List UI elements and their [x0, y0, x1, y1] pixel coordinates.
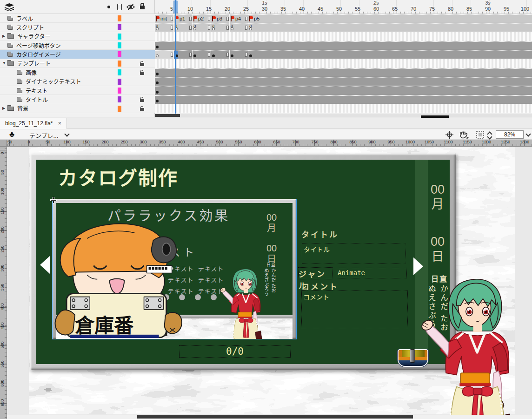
layer-color-swatch[interactable]: [118, 79, 121, 85]
layer-color-swatch[interactable]: [118, 51, 121, 57]
layer-color-swatch[interactable]: [118, 69, 121, 75]
frame-span[interactable]: init: [155, 14, 173, 23]
mascot-character[interactable]: 倉庫番: [54, 220, 215, 338]
rotate-canvas-hand-icon[interactable]: [459, 131, 469, 139]
layer-folder-row[interactable]: ▶キャラクター: [0, 32, 155, 41]
frame-span[interactable]: a: [229, 23, 248, 32]
layer-color-swatch[interactable]: [118, 88, 121, 94]
layer-color-swatch[interactable]: [118, 42, 121, 48]
frame-row[interactable]: [155, 50, 532, 59]
stage-horizontal-scrollbar[interactable]: [7, 415, 532, 419]
frame-span[interactable]: [155, 77, 532, 86]
frame-span[interactable]: [229, 50, 248, 59]
hide-layers-eye-icon[interactable]: [126, 4, 135, 10]
frame-span[interactable]: [248, 50, 532, 59]
frame-span[interactable]: a: [211, 23, 229, 32]
frame-span[interactable]: a: [248, 23, 532, 32]
document-tab[interactable]: blog_25_11_12.fla* ×: [0, 118, 67, 129]
frame-span[interactable]: a: [192, 23, 211, 32]
comment-field[interactable]: コメント: [301, 291, 408, 328]
layer-lock-icon[interactable]: [140, 63, 144, 66]
frame-span[interactable]: [155, 41, 532, 50]
layer-row[interactable]: タイトル: [0, 95, 155, 104]
frame-row[interactable]: [155, 59, 532, 68]
expand-toggle-icon[interactable]: ▼: [0, 61, 7, 65]
catalog-image-symbol[interactable]: パララックス効果 00 月 00 日 日直 かんだ たお ぬえさぶろう テキスト…: [53, 199, 296, 339]
frame-row[interactable]: [155, 104, 532, 113]
frame-row[interactable]: [155, 77, 532, 86]
mini-girl-character-svg[interactable]: [218, 265, 265, 339]
title-field[interactable]: タイトル: [302, 243, 406, 264]
timeline-ruler[interactable]: 5101520253035404550556065707580859095100…: [155, 0, 532, 14]
layer-folder-row[interactable]: ▼テンプレート: [0, 59, 155, 68]
board-title[interactable]: カタログ制作: [58, 162, 178, 190]
frame-row[interactable]: [155, 68, 532, 77]
layer-row[interactable]: ラベル: [0, 14, 155, 23]
frame-row[interactable]: [155, 41, 532, 50]
frame-row[interactable]: initp1p2p3p4p5: [155, 14, 532, 23]
layer-row[interactable]: 画像: [0, 68, 155, 77]
frame-span[interactable]: [155, 86, 532, 95]
zoom-dropdown-chevron-icon[interactable]: [525, 131, 531, 136]
frame-span[interactable]: [192, 50, 211, 59]
eraser-icon[interactable]: [398, 349, 428, 367]
stage-scrollbar-thumb[interactable]: [137, 415, 413, 419]
panel-resize-grip[interactable]: [421, 115, 449, 118]
expand-toggle-icon[interactable]: ▶: [0, 34, 7, 38]
layer-lock-icon[interactable]: [140, 99, 144, 102]
symbol-dropdown-chevron-icon[interactable]: [64, 131, 69, 136]
main-chalkboard[interactable]: カタログ制作: [30, 154, 456, 370]
layer-lock-icon[interactable]: [140, 72, 144, 75]
prev-page-arrow-button[interactable]: [40, 256, 50, 274]
lock-layers-icon[interactable]: [140, 3, 145, 10]
frame-row[interactable]: [155, 32, 532, 41]
playhead-line[interactable]: [175, 0, 176, 114]
frame-span[interactable]: [155, 68, 532, 77]
frame-span[interactable]: p2: [192, 14, 211, 23]
clip-content-icon[interactable]: [476, 131, 484, 139]
day-text[interactable]: 00 日: [430, 234, 446, 264]
frame-span[interactable]: p5: [248, 14, 532, 23]
close-tab-icon[interactable]: ×: [58, 121, 62, 126]
highlight-layers-icon[interactable]: [107, 6, 110, 8]
genre-field[interactable]: Animate: [336, 268, 407, 278]
frame-span[interactable]: p4: [229, 14, 248, 23]
frame-span[interactable]: p1: [173, 14, 192, 23]
frame-row[interactable]: [155, 86, 532, 95]
layer-folder-row[interactable]: ▶背景: [0, 104, 155, 113]
layer-row[interactable]: ページ移動ボタン: [0, 41, 155, 50]
teacher-girl-character[interactable]: [419, 270, 516, 419]
layer-color-swatch[interactable]: [118, 96, 121, 102]
mini-girl-character[interactable]: [218, 265, 265, 339]
layer-row[interactable]: ダイナミックテキスト: [0, 77, 155, 86]
month-text[interactable]: 00 月: [430, 182, 446, 212]
frame-span[interactable]: a: [155, 23, 173, 32]
page-counter-field[interactable]: 0/0: [179, 345, 291, 358]
frame-span[interactable]: p3: [211, 14, 229, 23]
layer-color-swatch[interactable]: [118, 24, 121, 30]
outline-layers-icon[interactable]: [117, 4, 122, 10]
timeline-scrollbar[interactable]: [155, 114, 532, 117]
layer-row[interactable]: カタログイメージ: [0, 50, 155, 59]
frame-row[interactable]: aaaaaa: [155, 23, 532, 32]
frame-span[interactable]: [155, 50, 173, 59]
layer-color-swatch[interactable]: [118, 61, 121, 67]
frame-span[interactable]: [155, 95, 532, 104]
frames-pane[interactable]: 5101520253035404550556065707580859095100…: [155, 0, 532, 117]
frame-row[interactable]: [155, 95, 532, 104]
layer-row[interactable]: テキスト: [0, 86, 155, 95]
layer-color-swatch[interactable]: [118, 15, 121, 21]
layer-color-swatch[interactable]: [118, 106, 121, 112]
stage[interactable]: カタログ制作: [7, 147, 532, 419]
frame-span[interactable]: [173, 50, 192, 59]
expand-toggle-icon[interactable]: ▶: [0, 106, 7, 110]
edit-symbol-name[interactable]: テンプレ...: [29, 131, 58, 140]
layer-row[interactable]: スクリプト: [0, 23, 155, 32]
layer-lock-icon[interactable]: [140, 108, 144, 111]
layer-color-swatch[interactable]: [118, 34, 121, 40]
timeline-scrollbar-thumb[interactable]: [155, 114, 180, 117]
frame-span[interactable]: [211, 50, 229, 59]
zoom-level-input[interactable]: 82%: [496, 130, 524, 139]
frame-span[interactable]: a: [173, 23, 192, 32]
center-stage-crosshair-icon[interactable]: [446, 131, 453, 139]
